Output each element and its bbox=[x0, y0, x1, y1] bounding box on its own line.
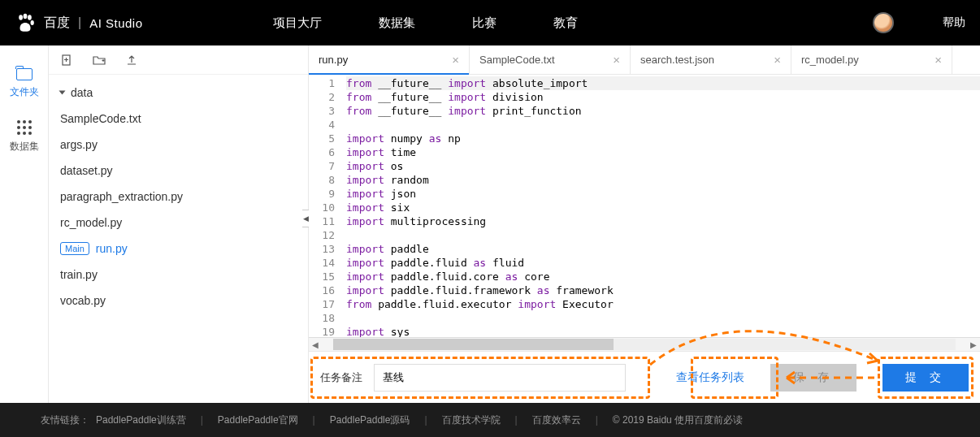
svg-point-1 bbox=[24, 14, 28, 19]
avatar[interactable] bbox=[873, 12, 894, 33]
file-row[interactable]: rc_model.py bbox=[49, 210, 308, 236]
nav-items: 项目大厅 数据集 比赛 教育 bbox=[273, 15, 578, 31]
file-toolbar bbox=[49, 45, 308, 75]
brand-en: AI Studio bbox=[89, 16, 142, 30]
footer-link[interactable]: 百度技术学院 bbox=[442, 413, 501, 427]
file-row[interactable]: train.py bbox=[49, 262, 308, 288]
view-task-list-link[interactable]: 查看任务列表 bbox=[676, 370, 744, 385]
footer-link[interactable]: PaddlePaddle源码 bbox=[330, 413, 410, 427]
svg-point-0 bbox=[19, 15, 23, 20]
code-editor[interactable]: 123456789101112131415161718192021222324 … bbox=[309, 75, 980, 337]
close-icon[interactable]: × bbox=[452, 53, 459, 67]
scroll-thumb[interactable] bbox=[333, 339, 614, 350]
rail-files[interactable]: 文件夹 bbox=[10, 63, 39, 109]
main-badge: Main bbox=[60, 242, 89, 255]
task-note-input[interactable] bbox=[374, 364, 626, 392]
nav-education[interactable]: 教育 bbox=[553, 15, 578, 31]
task-bar: 任务备注 查看任务列表 保 存 提 交 bbox=[309, 351, 980, 403]
grid-icon bbox=[17, 120, 32, 135]
editor-tabs: run.py× SampleCode.txt× search.test.json… bbox=[309, 45, 980, 75]
file-row[interactable]: dataset.py bbox=[49, 158, 308, 184]
file-row[interactable]: vocab.py bbox=[49, 288, 308, 314]
paw-icon bbox=[15, 12, 36, 33]
footer-copy: © 2019 Baidu 使用百度前必读 bbox=[613, 413, 743, 427]
file-row[interactable]: paragraph_extraction.py bbox=[49, 184, 308, 210]
h-scrollbar[interactable]: ◀ ▶ bbox=[309, 337, 980, 351]
nav-projects[interactable]: 项目大厅 bbox=[273, 15, 322, 31]
folder-icon bbox=[16, 68, 33, 80]
line-gutter: 123456789101112131415161718192021222324 bbox=[309, 75, 341, 337]
task-label: 任务备注 bbox=[320, 370, 362, 385]
footer-link[interactable]: PaddlePaddle训练营 bbox=[96, 413, 186, 427]
footer-label: 友情链接： bbox=[41, 413, 89, 427]
tab-search[interactable]: search.test.json× bbox=[631, 45, 791, 74]
upload-icon[interactable] bbox=[125, 54, 138, 67]
editor-area: ◀ run.py× SampleCode.txt× search.test.js… bbox=[309, 45, 980, 403]
footer: 友情链接： PaddlePaddle训练营| PaddlePaddle官网| P… bbox=[0, 403, 980, 437]
file-row-main[interactable]: Main run.py bbox=[49, 236, 308, 262]
nav-help[interactable]: 帮助 bbox=[943, 15, 965, 30]
brand-separator: | bbox=[78, 15, 81, 30]
save-button[interactable]: 保 存 bbox=[770, 364, 856, 392]
rail-datasets[interactable]: 数据集 bbox=[10, 115, 39, 163]
new-file-icon[interactable] bbox=[60, 54, 73, 67]
close-icon[interactable]: × bbox=[774, 53, 781, 67]
file-list: data SampleCode.txt args.py dataset.py p… bbox=[49, 75, 308, 318]
close-icon[interactable]: × bbox=[613, 53, 620, 67]
file-panel: data SampleCode.txt args.py dataset.py p… bbox=[49, 45, 309, 403]
top-nav: 百度 | AI Studio 项目大厅 数据集 比赛 教育 帮助 bbox=[0, 0, 980, 45]
nav-competition[interactable]: 比赛 bbox=[472, 15, 497, 31]
brand-cn: 百度 bbox=[44, 15, 70, 32]
logo[interactable]: 百度 | AI Studio bbox=[15, 12, 143, 33]
folder-row[interactable]: data bbox=[49, 80, 308, 106]
nav-datasets[interactable]: 数据集 bbox=[379, 15, 415, 31]
close-icon[interactable]: × bbox=[934, 53, 942, 67]
footer-link[interactable]: 百度效率云 bbox=[532, 413, 581, 427]
submit-button[interactable]: 提 交 bbox=[882, 364, 969, 392]
tab-sample[interactable]: SampleCode.txt× bbox=[470, 45, 631, 74]
new-folder-icon[interactable] bbox=[93, 54, 106, 67]
left-rail: 文件夹 数据集 bbox=[0, 45, 49, 403]
file-row[interactable]: args.py bbox=[49, 132, 308, 158]
caret-icon bbox=[59, 91, 66, 95]
footer-link[interactable]: PaddlePaddle官网 bbox=[218, 413, 298, 427]
tab-rcmodel[interactable]: rc_model.py× bbox=[791, 45, 952, 74]
svg-point-3 bbox=[31, 20, 34, 25]
file-row[interactable]: SampleCode.txt bbox=[49, 106, 308, 132]
svg-point-2 bbox=[28, 15, 32, 20]
main: 文件夹 数据集 data SampleCode.txt args.py data… bbox=[0, 45, 980, 403]
code-content[interactable]: from __future__ import absolute_importfr… bbox=[341, 75, 980, 337]
tab-run[interactable]: run.py× bbox=[309, 45, 470, 74]
